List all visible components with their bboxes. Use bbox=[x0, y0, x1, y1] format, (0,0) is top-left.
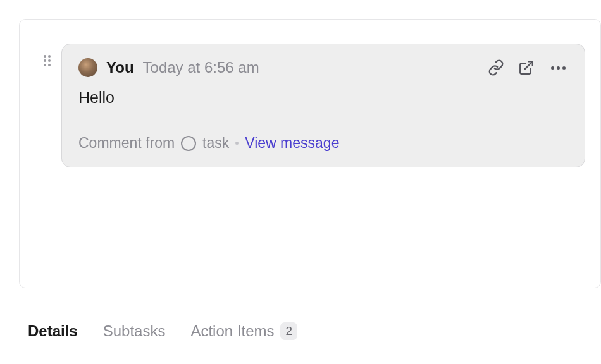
comment-timestamp: Today at 6:56 am bbox=[143, 59, 259, 76]
task-status-circle-icon bbox=[181, 136, 196, 151]
view-message-link[interactable]: View message bbox=[245, 135, 339, 152]
tab-badge: 2 bbox=[280, 322, 297, 340]
tab-action-items[interactable]: Action Items 2 bbox=[190, 322, 297, 340]
comment-source-prefix: Comment from bbox=[78, 135, 175, 152]
tab-details[interactable]: Details bbox=[28, 322, 78, 340]
tab-subtasks[interactable]: Subtasks bbox=[103, 322, 166, 340]
comment-card: You Today at 6:56 am bbox=[61, 44, 585, 167]
comment-body: Hello bbox=[78, 88, 568, 107]
comments-panel: You Today at 6:56 am bbox=[19, 19, 601, 288]
svg-line-0 bbox=[525, 61, 533, 69]
comment-source-task: task bbox=[202, 135, 229, 152]
tab-label: Subtasks bbox=[103, 322, 166, 340]
tab-bar: Details Subtasks Action Items 2 bbox=[28, 322, 601, 340]
copy-link-icon[interactable] bbox=[488, 59, 504, 76]
avatar bbox=[78, 58, 97, 77]
comment-footer: Comment from task View message bbox=[78, 135, 568, 152]
open-external-icon[interactable] bbox=[518, 59, 535, 76]
comment-actions bbox=[488, 59, 568, 76]
drag-handle-icon[interactable] bbox=[44, 55, 51, 66]
tab-label: Action Items bbox=[190, 322, 274, 340]
more-options-icon[interactable] bbox=[548, 64, 568, 72]
comment-header: You Today at 6:56 am bbox=[78, 58, 568, 77]
separator-dot-icon bbox=[235, 142, 239, 145]
tab-label: Details bbox=[28, 322, 78, 340]
comment-author: You bbox=[106, 59, 134, 76]
